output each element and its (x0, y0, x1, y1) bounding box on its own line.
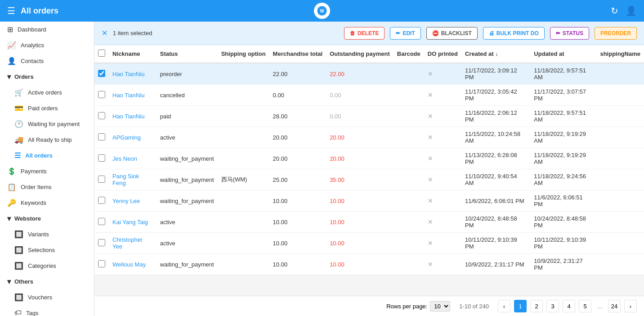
page-last-button[interactable]: 24 (608, 300, 621, 312)
page-4-button[interactable]: 4 (563, 300, 575, 312)
nickname-link[interactable]: Wellous May (112, 261, 146, 268)
nickname-link[interactable]: Jes Neon (112, 155, 137, 162)
sidebar-section-orders[interactable]: ▾ Orders (0, 69, 94, 85)
rows-per-page-select[interactable]: 10 25 50 (430, 301, 450, 311)
row-do-printed[interactable]: ✕ (424, 233, 461, 254)
nickname-link[interactable]: Hao TianNiu (112, 71, 145, 77)
page-5-button[interactable]: 5 (579, 300, 591, 312)
do-printed-toggle[interactable]: ✕ (428, 113, 433, 120)
sidebar-item-waiting-for-payment[interactable]: 🕐 Waiting for payment (0, 116, 94, 132)
row-checkbox[interactable] (98, 112, 105, 119)
row-checkbox-cell[interactable] (94, 148, 109, 169)
sidebar-section-others[interactable]: ▾ Others (0, 274, 94, 289)
row-checkbox-cell[interactable] (94, 106, 109, 127)
header-barcode[interactable]: Barcode (394, 45, 424, 63)
menu-icon[interactable]: ☰ (7, 5, 15, 16)
row-checkbox-cell[interactable] (94, 85, 109, 106)
row-do-printed[interactable]: ✕ (424, 190, 461, 212)
nickname-link[interactable]: Hao TianNiu (112, 113, 145, 120)
header-shipping-name[interactable]: shippingName (596, 45, 644, 63)
sidebar-item-analytics[interactable]: 📈 Analytics (0, 37, 94, 53)
nickname-link[interactable]: Christopher Yee (112, 236, 143, 250)
prev-page-button[interactable]: ‹ (498, 300, 510, 312)
nickname-link[interactable]: APGaming (112, 134, 141, 141)
preorder-button[interactable]: PREORDER (595, 27, 637, 40)
clear-selection-button[interactable]: ✕ (102, 29, 107, 37)
nickname-link[interactable]: Yenny Lee (112, 198, 140, 204)
row-checkbox[interactable] (98, 197, 105, 204)
row-checkbox-cell[interactable] (94, 127, 109, 148)
sidebar-item-vouchers[interactable]: 🔲 Vouchers (0, 289, 94, 305)
account-icon[interactable]: 👤 (626, 5, 637, 16)
status-button[interactable]: ✏ STATUS (550, 27, 589, 40)
row-checkbox[interactable] (98, 154, 105, 162)
row-checkbox-cell[interactable] (94, 254, 109, 275)
sidebar-item-all-ready-to-ship[interactable]: 🚚 All Ready to ship (0, 132, 94, 148)
row-checkbox-cell[interactable] (94, 212, 109, 233)
do-printed-toggle[interactable]: ✕ (428, 91, 433, 99)
page-3-button[interactable]: 3 (546, 300, 559, 312)
row-checkbox-cell[interactable] (94, 63, 109, 85)
select-all-checkbox[interactable] (98, 50, 105, 57)
sidebar-item-variants[interactable]: 🔲 Variants (0, 226, 94, 242)
do-printed-toggle[interactable]: ✕ (428, 134, 433, 141)
row-checkbox[interactable] (98, 260, 105, 267)
do-printed-toggle[interactable]: ✕ (428, 261, 433, 268)
row-checkbox[interactable] (98, 133, 105, 140)
row-checkbox-cell[interactable] (94, 233, 109, 254)
sidebar-item-categories[interactable]: 🔲 Categories (0, 258, 94, 274)
header-created-at[interactable]: Created at ↓ (461, 45, 530, 63)
row-do-printed[interactable]: ✕ (424, 127, 461, 148)
page-1-button[interactable]: 1 (514, 300, 527, 312)
do-printed-toggle[interactable]: ✕ (428, 218, 433, 226)
do-printed-toggle[interactable]: ✕ (428, 70, 433, 77)
do-printed-toggle[interactable]: ✕ (428, 155, 433, 162)
row-checkbox[interactable] (98, 218, 105, 225)
row-do-printed[interactable]: ✕ (424, 212, 461, 233)
header-do-printed[interactable]: DO printed (424, 45, 461, 63)
row-checkbox[interactable] (98, 176, 105, 183)
sidebar-item-dashboard[interactable]: ⊞ Dashboard (0, 22, 94, 37)
nickname-link[interactable]: Hao TianNiu (112, 92, 145, 99)
row-do-printed[interactable]: ✕ (424, 63, 461, 85)
row-checkbox[interactable] (98, 239, 105, 246)
next-page-button[interactable]: › (624, 300, 637, 312)
sidebar-section-webstore[interactable]: ▾ Webstore (0, 211, 94, 226)
header-nickname[interactable]: Nickname (109, 45, 157, 63)
header-status[interactable]: Status (157, 45, 218, 63)
header-outstanding[interactable]: Outstanding payment (326, 45, 394, 63)
sidebar-item-selections[interactable]: 🔲 Selections (0, 242, 94, 258)
do-printed-toggle[interactable]: ✕ (428, 239, 433, 247)
row-checkbox[interactable] (98, 70, 105, 77)
row-do-printed[interactable]: ✕ (424, 148, 461, 169)
nickname-link[interactable]: Pang Siok Feng (112, 173, 139, 186)
header-checkbox[interactable] (94, 45, 109, 63)
header-merchandise[interactable]: Merchandise total (269, 45, 326, 63)
header-updated-at[interactable]: Updated at (530, 45, 596, 63)
sidebar-item-contacts[interactable]: 👤 Contacts (0, 53, 94, 69)
do-printed-toggle[interactable]: ✕ (428, 197, 433, 204)
sidebar-item-keywords[interactable]: 🔑 Keywords (0, 195, 94, 211)
row-checkbox-cell[interactable] (94, 190, 109, 212)
row-checkbox[interactable] (98, 91, 105, 98)
row-checkbox-cell[interactable] (94, 169, 109, 190)
refresh-icon[interactable]: ↻ (611, 5, 618, 16)
row-do-printed[interactable]: ✕ (424, 106, 461, 127)
sidebar-item-active-orders[interactable]: 🛒 Active orders (0, 85, 94, 100)
sidebar-item-all-orders[interactable]: ☰ All orders (0, 148, 94, 163)
row-do-printed[interactable]: ✕ (424, 85, 461, 106)
do-printed-toggle[interactable]: ✕ (428, 176, 433, 183)
row-do-printed[interactable]: ✕ (424, 169, 461, 190)
delete-button[interactable]: 🗑 DELETE (344, 27, 385, 40)
sidebar-item-payments[interactable]: 💲 Payments (0, 163, 94, 179)
page-2-button[interactable]: 2 (530, 300, 543, 312)
sidebar-item-order-items[interactable]: 📋 Order Items (0, 179, 94, 195)
bulk-print-button[interactable]: 🖨 BULK PRINT DO (483, 27, 545, 40)
nickname-link[interactable]: Kai Yang Taig (112, 219, 148, 226)
sidebar-item-paid-orders[interactable]: 💳 Paid orders (0, 100, 94, 116)
header-shipping[interactable]: Shipping option (218, 45, 269, 63)
sidebar-item-tags[interactable]: 🏷 Tags (0, 305, 94, 316)
blacklist-button[interactable]: ⛔ BLACKLIST (426, 27, 478, 40)
edit-button[interactable]: ✏ EDIT (390, 27, 420, 40)
row-do-printed[interactable]: ✕ (424, 254, 461, 275)
